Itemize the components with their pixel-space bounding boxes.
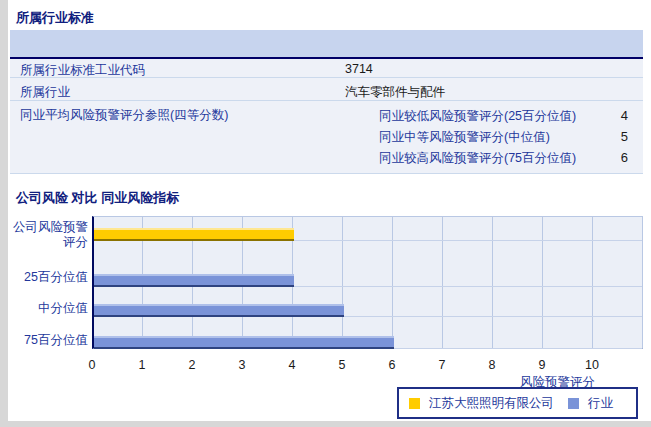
x-tick-label: 4 [277, 358, 307, 372]
table-row-quartiles: 同业平均风险预警评分参照(四等分数) 同业较低风险预警评分(25百分位值) 4 … [10, 100, 643, 173]
bar-company [94, 228, 294, 241]
table-row: 所属行业标准工业代码 3714 [10, 59, 643, 77]
industry-standard-table: 所属行业标准工业代码 3714 所属行业 汽车零部件与配件 同业平均风险预警评分… [10, 30, 643, 174]
x-tick-label: 10 [577, 358, 607, 372]
x-tick-label: 3 [227, 358, 257, 372]
quartile-value: 6 [530, 150, 628, 165]
bar-industry [94, 336, 394, 349]
category-label: 公司风险预警评分 [4, 220, 88, 250]
chart-section-title: 公司风险 对比 同业风险指标 [16, 189, 179, 207]
table-header-band [10, 30, 643, 59]
x-tick-label: 5 [327, 358, 357, 372]
quartile-line: 同业较高风险预警评分(75百分位值) 6 [10, 146, 643, 167]
x-tick-label: 6 [377, 358, 407, 372]
gridline [592, 217, 593, 348]
x-tick-label: 0 [77, 358, 107, 372]
left-frame-strip [0, 0, 8, 427]
legend-label-company: 江苏大熙照明有限公司 [429, 395, 554, 412]
quartile-line: 同业中等风险预警评分(中位值) 5 [10, 125, 643, 146]
gridline [542, 217, 543, 348]
x-tick-label: 7 [427, 358, 457, 372]
x-tick-label: 8 [477, 358, 507, 372]
legend-label-industry: 行业 [588, 395, 613, 412]
industry-section-title: 所属行业标准 [16, 9, 94, 27]
quartile-value: 4 [530, 108, 628, 123]
bar-industry [94, 274, 294, 287]
category-label: 25百分位值 [4, 270, 88, 285]
gridline [342, 217, 343, 348]
legend-swatch-industry [568, 398, 579, 409]
gridline [492, 217, 493, 348]
quartile-value: 5 [530, 129, 628, 144]
bar-industry [94, 304, 344, 317]
chart-legend: 江苏大熙照明有限公司 行业 [397, 387, 638, 419]
quartile-line: 同业较低风险预警评分(25百分位值) 4 [10, 104, 643, 125]
row-label: 所属行业 [20, 84, 70, 101]
x-tick-label: 1 [127, 358, 157, 372]
category-label: 75百分位值 [4, 333, 88, 348]
x-tick-label: 9 [527, 358, 557, 372]
table-row: 所属行业 汽车零部件与配件 [10, 77, 643, 100]
row-value: 3714 [345, 62, 373, 76]
gridline [442, 217, 443, 348]
legend-swatch-company [409, 398, 420, 409]
bar-chart-plot-area [92, 216, 643, 349]
gridline [392, 217, 393, 348]
x-tick-label: 2 [177, 358, 207, 372]
bottom-frame-strip [8, 421, 651, 427]
row-value: 汽车零部件与配件 [345, 84, 445, 101]
quartile-label: 同业中等风险预警评分(中位值) [379, 129, 550, 146]
category-label: 中分位值 [4, 301, 88, 316]
